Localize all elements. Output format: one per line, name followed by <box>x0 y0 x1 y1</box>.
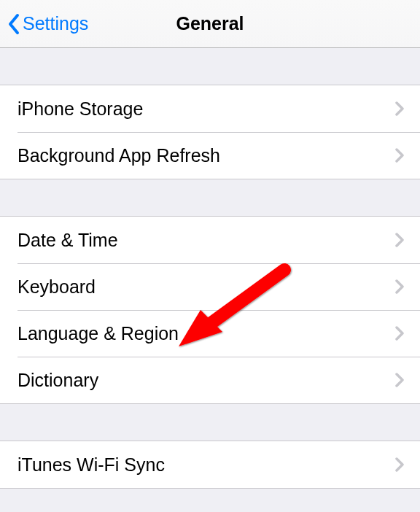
row-label: Keyboard <box>18 276 395 298</box>
group-spacer <box>0 48 420 85</box>
row-keyboard[interactable]: Keyboard <box>0 263 420 310</box>
chevron-right-icon <box>395 101 404 116</box>
row-background-app-refresh[interactable]: Background App Refresh <box>0 132 420 179</box>
row-label: Language & Region <box>18 323 395 344</box>
group-spacer <box>0 179 420 216</box>
chevron-right-icon <box>395 326 404 341</box>
row-label: iTunes Wi-Fi Sync <box>18 454 395 476</box>
row-label: iPhone Storage <box>18 98 395 120</box>
row-label: Background App Refresh <box>18 145 395 166</box>
settings-group-itunes-wifi: iTunes Wi-Fi Sync <box>0 441 420 489</box>
row-date-time[interactable]: Date & Time <box>0 217 420 263</box>
chevron-right-icon <box>395 373 404 387</box>
settings-group-storage: iPhone Storage Background App Refresh <box>0 85 420 179</box>
settings-group-date-key-lang-dict: Date & Time Keyboard Language & Region D… <box>0 216 420 404</box>
chevron-right-icon <box>395 279 404 294</box>
back-button[interactable]: Settings <box>0 0 88 47</box>
row-itunes-wifi-sync[interactable]: iTunes Wi-Fi Sync <box>0 441 420 488</box>
chevron-left-icon <box>7 13 20 35</box>
row-language-region[interactable]: Language & Region <box>0 310 420 357</box>
chevron-right-icon <box>395 233 404 247</box>
row-dictionary[interactable]: Dictionary <box>0 357 420 403</box>
row-label: Dictionary <box>18 370 395 391</box>
navbar: Settings General <box>0 0 420 48</box>
group-spacer <box>0 404 420 441</box>
chevron-right-icon <box>395 457 404 472</box>
row-iphone-storage[interactable]: iPhone Storage <box>0 85 420 132</box>
row-label: Date & Time <box>18 230 395 251</box>
chevron-right-icon <box>395 148 404 163</box>
back-label: Settings <box>23 13 88 34</box>
